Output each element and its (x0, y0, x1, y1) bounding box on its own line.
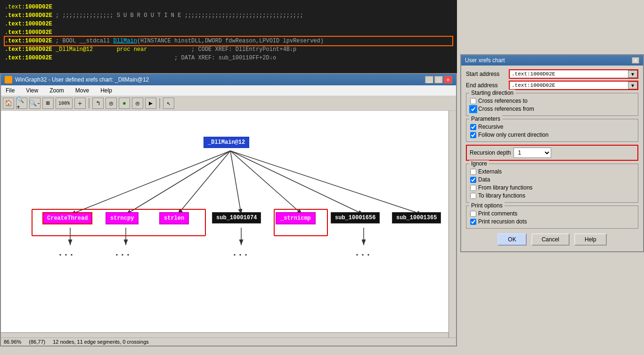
follow-only-label: Follow only current direction (478, 132, 548, 138)
xrefs-title: User xrefs chart (465, 57, 505, 64)
toolbar-pause-btn[interactable]: ◎ (132, 98, 143, 109)
toolbar-forward-btn[interactable]: ▶ (145, 98, 156, 109)
menu-zoom[interactable]: Zoom (47, 86, 67, 95)
recursive-checkbox[interactable] (470, 124, 476, 130)
from-library-checkbox[interactable] (470, 185, 476, 191)
code-line-6: .text:1000D02E _DllMain@12 proc near ; C… (5, 45, 452, 54)
svg-line-6 (230, 151, 364, 215)
toolbar-home-btn[interactable]: 🏠 (3, 98, 14, 109)
menu-file[interactable]: File (3, 86, 17, 95)
to-library-checkbox[interactable] (470, 193, 476, 199)
end-address-dropdown[interactable]: ▼ (628, 82, 637, 89)
help-button[interactable]: Help (574, 233, 607, 246)
toolbar-separator-1 (89, 98, 90, 108)
start-address-input[interactable] (510, 70, 628, 78)
starting-direction-label: Starting direction (469, 90, 515, 96)
start-address-label: Start address (466, 71, 506, 77)
end-address-row: End address ▼ (466, 81, 638, 90)
toolbar-cursor-btn[interactable]: ↖ (163, 98, 174, 109)
cross-refs-to-checkbox[interactable] (470, 98, 476, 104)
dots-1: ... (57, 248, 74, 258)
end-address-input[interactable] (510, 82, 628, 89)
toolbar-zoom-out-btn[interactable]: 🔍- (29, 98, 41, 109)
svg-line-1 (70, 151, 230, 215)
menu-help[interactable]: Help (98, 86, 115, 95)
code-line-7: .text:1000D02E ; DATA XREF: sub_100110FF… (5, 54, 452, 62)
data-label: Data (478, 176, 490, 183)
toolbar-zoom-in-btn[interactable]: 🔍+ (16, 98, 27, 109)
node-createthread[interactable]: CreateThread (42, 212, 92, 224)
node-strnicmp[interactable]: _strnicmp (276, 212, 316, 224)
svg-line-4 (230, 151, 241, 215)
data-row: Data (470, 176, 634, 183)
code-line-highlighted: .text:1000D02E ; BOOL __stdcall DllMain(… (5, 37, 452, 45)
toolbar-play-btn[interactable]: ● (119, 98, 130, 109)
dots-2: ... (114, 248, 131, 258)
status-info: 12 nodes, 11 edge segments, 0 crossings (53, 339, 149, 345)
externals-label: Externals (478, 168, 502, 175)
print-recursion-dots-label: Print recursion dots (478, 218, 527, 225)
svg-line-2 (126, 151, 230, 215)
print-comments-checkbox[interactable] (470, 211, 476, 217)
parameters-label: Parameters (469, 116, 502, 122)
node-dllmain[interactable]: _DllMain@12 (204, 137, 249, 148)
xrefs-close-button[interactable]: ✕ (632, 57, 639, 64)
xrefs-body: Start address ▼ End address ▼ Starting d… (461, 66, 643, 251)
dots-4: ... (354, 248, 371, 258)
menu-view[interactable]: View (23, 86, 41, 95)
follow-only-checkbox[interactable] (470, 132, 476, 138)
toolbar-cross-btn[interactable]: ✛ (74, 98, 86, 109)
toolbar-back-btn[interactable]: ↰ (92, 98, 104, 109)
from-library-row: From library functions (470, 184, 634, 191)
print-options-group: Print options Print comments Print recur… (466, 206, 638, 229)
graph-area: _DllMain@12 CreateThread strncpy strlen … (1, 111, 448, 332)
ignore-group: Ignore Externals Data From library funct… (466, 164, 638, 203)
svg-line-5 (230, 151, 302, 215)
cross-refs-from-checkbox[interactable] (470, 106, 476, 112)
toolbar-100-btn[interactable]: 100% (56, 98, 73, 109)
wingraph-title: WinGraph32 - User defined xrefs chart: _… (15, 76, 149, 83)
toolbar-refresh-btn[interactable]: ◎ (106, 98, 117, 109)
node-strncpy[interactable]: strncpy (106, 212, 139, 224)
node-sub10001074[interactable]: sub_10001074 (212, 212, 261, 223)
cross-refs-from-row: Cross references from (470, 106, 634, 112)
print-recursion-dots-row: Print recursion dots (470, 218, 634, 225)
end-address-container: ▼ (509, 81, 638, 90)
recursion-depth-label: Recursion depth (470, 149, 511, 156)
recursive-label: Recursive (478, 124, 503, 130)
data-checkbox[interactable] (470, 177, 476, 183)
start-address-dropdown[interactable]: ▼ (628, 70, 637, 78)
recursion-depth-select[interactable]: 1 2 3 4 5 (514, 148, 551, 158)
code-line-3: .text:1000D02E (5, 20, 452, 28)
start-address-row: Start address ▼ (466, 69, 638, 79)
close-button[interactable]: ✕ (444, 76, 452, 83)
code-line-4: .text:1000D02E (5, 28, 452, 37)
menu-move[interactable]: Move (73, 86, 92, 95)
wingraph-statusbar: 86.96% (86,77) 12 nodes, 11 edge segment… (1, 338, 456, 346)
svg-line-3 (178, 151, 230, 215)
cancel-button[interactable]: Cancel (531, 233, 570, 246)
end-address-label: End address (466, 82, 506, 89)
externals-checkbox[interactable] (470, 169, 476, 175)
code-background: .text:1000D02E .text:1000D02E ; ;;;;;;;;… (0, 0, 457, 73)
print-recursion-dots-checkbox[interactable] (470, 219, 476, 225)
cross-refs-from-label: Cross references from (478, 106, 534, 112)
follow-only-row: Follow only current direction (470, 132, 634, 138)
recursion-depth-row: Recursion depth 1 2 3 4 5 (466, 145, 638, 161)
from-library-label: From library functions (478, 184, 532, 191)
window-controls[interactable]: _ □ ✕ (425, 76, 452, 83)
status-zoom: 86.96% (4, 339, 21, 345)
node-sub10001365[interactable]: sub_10001365 (392, 212, 441, 223)
xrefs-panel: User xrefs chart ✕ Start address ▼ End a… (460, 54, 644, 252)
wingraph-toolbar: 🏠 🔍+ 🔍- ⊞ 100% ✛ ↰ ◎ ● ◎ ▶ ↖ (1, 96, 456, 111)
toolbar-fit-btn[interactable]: ⊞ (42, 98, 54, 109)
minimize-button[interactable]: _ (425, 76, 433, 83)
maximize-button[interactable]: □ (434, 76, 443, 83)
wingraph-content: _DllMain@12 CreateThread strncpy strlen … (1, 111, 456, 340)
ok-button[interactable]: OK (497, 233, 526, 246)
starting-direction-group: Starting direction Cross references to C… (466, 93, 638, 116)
node-sub10001656[interactable]: sub_10001656 (331, 212, 380, 223)
ignore-label: Ignore (469, 160, 489, 167)
scrollbar-vertical[interactable] (448, 111, 456, 340)
node-strlen[interactable]: strlen (159, 212, 189, 224)
